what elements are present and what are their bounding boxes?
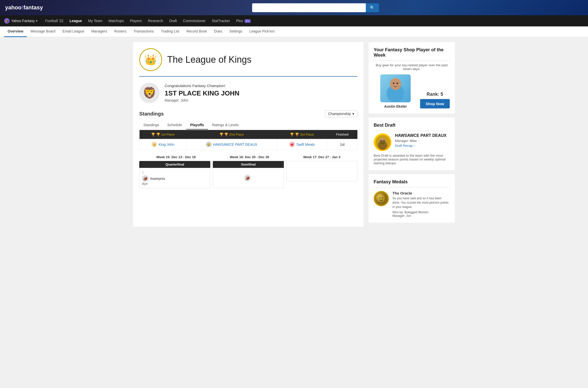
hawsawce-icon: 😀 [206,142,212,147]
champion-congrats: Congratulations Fantasy Champion! [165,84,239,88]
swift-icon: 🥩 [289,142,295,147]
best-draft-image [375,135,390,150]
col-1st-place: 🏆 🏆 1st Place [140,130,187,139]
lion-icon: 🦁 [143,86,157,100]
nav-item-players[interactable]: Players [127,18,144,24]
rank-label: Rank: 5 [427,92,443,97]
nav-item-matchups[interactable]: Matchups [106,18,127,24]
subnav-item-rosters[interactable]: Rosters [111,26,130,37]
subnav-item-tradinglist[interactable]: Trading List [157,26,183,37]
crown-icon: 👑 [144,54,157,66]
plus-badge: Y+ [245,19,251,23]
player-of-week-card: Your Fantasy Shop Player of the Week Buy… [369,42,455,114]
col-2nd-place: 🏆 🏆 2nd Place [186,130,277,139]
player-week-title: Your Fantasy Shop Player of the Week [374,47,450,58]
brand-icon: 🏈 [4,18,10,24]
best-draft-recap[interactable]: Draft Recap › [395,144,446,148]
sidebar-divider-3 [374,187,450,187]
nav-item-league[interactable]: League [67,18,84,24]
standings-dropdown[interactable]: Championship ▾ [325,110,358,117]
tab-ratings[interactable]: Ratings & Levels [208,121,243,130]
subnav-item-managers[interactable]: Managers [88,26,111,37]
illadelphia-icon: 🏈 [142,175,149,182]
sub-nav: Overview Message Board Email League Mana… [0,26,588,37]
league-divider [139,76,357,77]
subnav-item-recordbook[interactable]: Record Book [183,26,211,37]
svg-point-2 [393,83,394,84]
bracket-seed-1: 1 [142,171,207,174]
player-image [383,74,408,102]
best-draft-content: HAWSAWCE PART DEAUX Manager: Mike Draft … [374,133,450,151]
playoffs-table: 🏆 🏆 1st Place 🏆 🏆 2nd Place 🏆 🏆 3rd Plac… [139,130,357,150]
medal-icon [374,191,389,206]
champion-name: 1ST PLACE KING JOHN [165,89,239,97]
nav-item-research[interactable]: Research [145,18,166,24]
svg-point-11 [378,195,385,202]
semifinal-label: Semifinal [213,161,284,168]
logo: yahoo!fantasy [5,4,43,11]
best-draft-manager: Manager: Mike [395,139,446,143]
col-finished: Finished [327,130,357,139]
shop-now-button[interactable]: Shop Now [420,99,450,108]
best-draft-team: HAWSAWCE PART DEAUX [395,133,446,138]
nav-item-commissioner[interactable]: Commissioner [180,18,208,24]
bracket-bye: Bye [142,182,207,186]
subnav-item-messageboard[interactable]: Message Board [27,26,59,37]
fantasy-medals-title: Fantasy Medals [374,179,450,185]
nav-item-stattracker[interactable]: StatTracker [209,18,233,24]
league-title: The League of Kings [167,54,251,65]
nav-brand-label: Yahoo Fantasy [11,19,35,23]
main-layout: 👑 The League of Kings 🦁 Congratulations … [129,37,459,232]
best-draft-avatar [374,133,391,151]
cell-2nd: 😀 HAWSAWCE PART DEAUX [186,139,277,150]
subnav-item-dues[interactable]: Dues [211,26,226,37]
best-draft-info: HAWSAWCE PART DEAUX Manager: Mike Draft … [395,133,446,148]
chevron-down-icon: ▾ [352,112,354,116]
player-avatar [380,74,411,102]
svg-point-13 [382,197,383,198]
nav-item-plus[interactable]: Plus Y+ [234,18,253,24]
medal-manager: Manager: Jon [392,214,450,218]
champion-section: 🦁 Congratulations Fantasy Champion! 1ST … [139,83,357,103]
league-header: 👑 The League of Kings [139,48,357,71]
subnav-item-transactions[interactable]: Transactions [130,26,157,37]
nav-item-draft[interactable]: Draft [167,18,179,24]
bracket-match-1: 1 🏈 Illadelphia Bye [139,168,210,188]
bracket-team-illadelphia: 🏈 Illadelphia [142,175,207,182]
champion-info: Congratulations Fantasy Champion! 1ST PL… [165,84,239,102]
bracket-week-15: Quarterfinal 1 🏈 Illadelphia Bye [139,161,210,188]
team-link-hawsawce[interactable]: 😀 HAWSAWCE PART DEAUX [190,142,273,147]
player-name: Austin Ekeler [384,104,407,108]
svg-point-3 [396,83,398,84]
team-link-swift[interactable]: 🥩 Swift Meats [281,142,324,147]
main-content: 👑 The League of Kings 🦁 Congratulations … [133,42,364,227]
week16-label: Week 16: Dec 20 - Dec 26 [230,155,269,159]
tab-standings[interactable]: Standings [139,121,163,130]
search-input[interactable] [252,3,366,12]
subnav-item-settings[interactable]: Settings [226,26,246,37]
best-draft-title: Best Draft [374,123,450,128]
subnav-item-overview[interactable]: Overview [4,26,27,37]
bracket-section: Week 15: Dec 13 - Dec 19 Week 16: Dec 20… [139,155,357,188]
subnav-item-pickem[interactable]: League Pick'em [246,26,278,37]
tab-schedule[interactable]: Schedule [163,121,186,130]
player-week-subtitle: Buy gear for your top-ranked player over… [374,63,450,71]
nav-item-myteam[interactable]: My Team [85,18,105,24]
nav-brand[interactable]: 🏈 Yahoo Fantasy ▾ [4,18,38,24]
tab-row: Standings Schedule Playoffs Ratings & Le… [139,121,357,130]
svg-point-12 [379,197,381,198]
table-row: 👑 King John 😀 HAWSAWCE PART DEAUX [140,139,357,150]
standings-section: Standings Championship ▾ Standings Sched… [139,110,357,150]
best-draft-card: Best Draft HAWSAWCE PAR [369,118,455,170]
medal-name: The Oracle [392,191,450,195]
standings-title: Standings [139,111,164,117]
search-button[interactable]: 🔍 [366,3,379,12]
medal-item: The Oracle So you have said and so it ha… [374,191,450,218]
subnav-item-emailleague[interactable]: Email League [59,26,88,37]
nav-item-football[interactable]: Football '22 [43,18,66,24]
fantasy-medals-card: Fantasy Medals [369,174,455,223]
bracket-weeks: Quarterfinal 1 🏈 Illadelphia Bye Semifin… [139,161,357,188]
player-week-content: Austin Ekeler Rank: 5 Shop Now [374,74,450,108]
tab-playoffs[interactable]: Playoffs [186,121,208,130]
team-link-kingjohn[interactable]: 👑 King John [143,142,183,147]
